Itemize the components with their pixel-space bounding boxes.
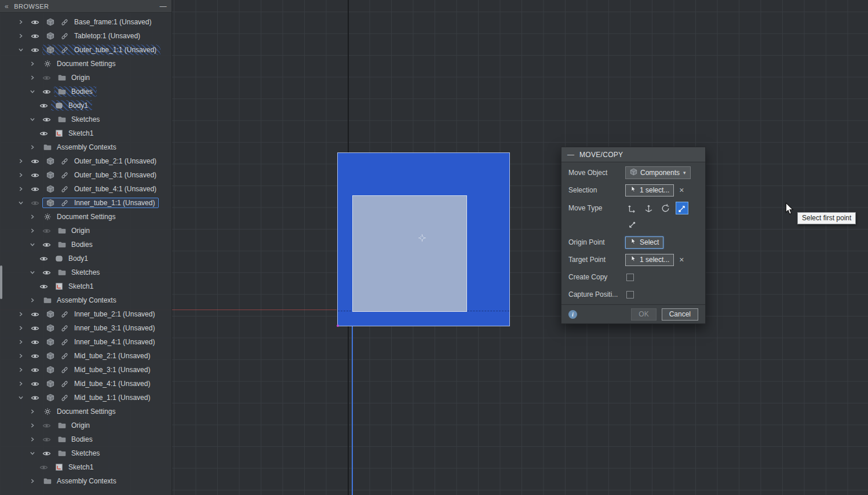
visibility-eye-icon[interactable] <box>39 115 54 124</box>
browser-row[interactable]: Sketches <box>0 446 172 460</box>
chevron-down-icon[interactable] <box>25 450 39 457</box>
browser-row[interactable]: Inner_tube_1:1 (Unsaved) <box>0 196 172 210</box>
move-type-point-to-point-button[interactable] <box>676 202 688 214</box>
browser-row[interactable]: Document Settings <box>0 210 172 224</box>
browser-row[interactable]: Body1 <box>0 252 172 265</box>
collapse-panel-icon[interactable]: « <box>5 2 9 10</box>
selected-component-face[interactable] <box>337 152 510 326</box>
visibility-eye-icon[interactable] <box>39 421 54 430</box>
browser-row[interactable]: Origin <box>0 224 172 238</box>
visibility-eye-icon[interactable] <box>28 171 42 180</box>
chevron-down-icon[interactable] <box>25 241 39 248</box>
info-icon[interactable]: i <box>568 310 577 319</box>
browser-row[interactable]: Base_frame:1 (Unsaved) <box>0 15 172 29</box>
browser-row[interactable]: Inner_tube_3:1 (Unsaved) <box>0 321 172 335</box>
browser-row[interactable]: Document Settings <box>0 57 172 71</box>
target-point-chip[interactable]: 1 select... <box>625 254 674 266</box>
chevron-right-icon[interactable] <box>25 478 39 485</box>
capture-position-checkbox[interactable] <box>626 291 634 299</box>
visibility-eye-icon[interactable] <box>37 463 51 472</box>
visibility-eye-icon[interactable] <box>28 157 42 166</box>
chevron-right-icon[interactable] <box>13 352 28 359</box>
browser-row[interactable]: Origin <box>0 71 172 85</box>
chevron-right-icon[interactable] <box>13 339 28 345</box>
browser-row[interactable]: Assembly Contexts <box>0 140 172 154</box>
visibility-eye-icon[interactable] <box>39 449 54 458</box>
visibility-eye-icon[interactable] <box>39 435 54 444</box>
chevron-right-icon[interactable] <box>25 74 39 81</box>
browser-row[interactable]: Bodies <box>0 238 172 252</box>
visibility-eye-icon[interactable] <box>28 352 42 361</box>
browser-row[interactable]: Sketches <box>0 265 172 279</box>
browser-scrollbar[interactable] <box>0 265 2 299</box>
visibility-eye-icon[interactable] <box>39 227 54 235</box>
chevron-right-icon[interactable] <box>25 436 39 443</box>
chevron-down-icon[interactable] <box>13 394 28 401</box>
browser-row[interactable]: Body1 <box>0 99 172 112</box>
visibility-eye-icon[interactable] <box>28 380 42 388</box>
visibility-eye-icon[interactable] <box>37 282 51 291</box>
chevron-right-icon[interactable] <box>13 158 28 165</box>
browser-row[interactable]: Mid_tube_3:1 (Unsaved) <box>0 363 172 377</box>
visibility-eye-icon[interactable] <box>28 324 42 333</box>
browser-row[interactable]: Bodies <box>0 432 172 446</box>
visibility-eye-icon[interactable] <box>28 366 42 374</box>
visibility-eye-icon[interactable] <box>39 74 54 82</box>
chevron-down-icon[interactable] <box>25 88 39 95</box>
browser-row[interactable]: Origin <box>0 418 172 432</box>
chevron-right-icon[interactable] <box>13 32 28 39</box>
browser-row[interactable]: Outer_tube_2:1 (Unsaved) <box>0 154 172 168</box>
inner-body-face[interactable] <box>352 195 467 312</box>
browser-row[interactable]: Inner_tube_4:1 (Unsaved) <box>0 335 172 349</box>
chevron-right-icon[interactable] <box>25 422 39 429</box>
browser-row[interactable]: Sketch1 <box>0 126 172 140</box>
browser-row[interactable]: Mid_tube_4:1 (Unsaved) <box>0 377 172 391</box>
chevron-down-icon[interactable] <box>13 199 28 206</box>
browser-row[interactable]: Sketches <box>0 112 172 126</box>
clear-target-icon[interactable]: × <box>679 256 684 264</box>
browser-row[interactable]: Outer_tube_3:1 (Unsaved) <box>0 168 172 182</box>
chevron-right-icon[interactable] <box>13 172 28 179</box>
chevron-down-icon[interactable] <box>25 116 39 123</box>
visibility-eye-icon[interactable] <box>39 241 54 249</box>
visibility-eye-icon[interactable] <box>39 88 54 96</box>
browser-row[interactable]: Mid_tube_2:1 (Unsaved) <box>0 349 172 363</box>
chevron-right-icon[interactable] <box>13 325 28 332</box>
browser-row[interactable]: Outer_tube_4:1 (Unsaved) <box>0 182 172 196</box>
browser-row[interactable]: Mid_tube_1:1 (Unsaved) <box>0 391 172 405</box>
visibility-eye-icon[interactable] <box>37 129 51 138</box>
browser-row[interactable]: Sketch1 <box>0 460 172 474</box>
browser-row[interactable]: Tabletop:1 (Unsaved) <box>0 29 172 43</box>
minimize-browser-icon[interactable]: — <box>160 2 167 10</box>
ok-button[interactable]: OK <box>631 308 656 321</box>
chevron-down-icon[interactable] <box>25 269 39 276</box>
browser-row[interactable]: Document Settings <box>0 405 172 418</box>
visibility-eye-icon[interactable] <box>37 101 51 110</box>
visibility-eye-icon[interactable] <box>39 268 54 277</box>
chevron-right-icon[interactable] <box>25 408 39 415</box>
chevron-down-icon[interactable] <box>13 46 28 53</box>
visibility-eye-icon[interactable] <box>28 199 42 208</box>
visibility-eye-icon[interactable] <box>28 46 42 54</box>
sketch-point[interactable] <box>337 325 339 327</box>
dialog-collapse-icon[interactable]: — <box>567 151 574 159</box>
move-object-dropdown[interactable]: Components ▾ <box>625 166 691 179</box>
move-type-rotate-button[interactable] <box>659 202 672 214</box>
visibility-eye-icon[interactable] <box>28 185 42 194</box>
move-type-translate-button[interactable] <box>625 202 638 214</box>
chevron-right-icon[interactable] <box>13 311 28 318</box>
chevron-right-icon[interactable] <box>13 19 28 26</box>
create-copy-checkbox[interactable] <box>626 274 634 281</box>
visibility-eye-icon[interactable] <box>28 394 42 402</box>
visibility-eye-icon[interactable] <box>28 18 42 27</box>
chevron-right-icon[interactable] <box>25 297 39 304</box>
chevron-right-icon[interactable] <box>13 366 28 373</box>
chevron-right-icon[interactable] <box>13 380 28 387</box>
visibility-eye-icon[interactable] <box>28 310 42 319</box>
chevron-right-icon[interactable] <box>25 144 39 151</box>
clear-selection-icon[interactable]: × <box>679 186 684 194</box>
visibility-eye-icon[interactable] <box>28 338 42 347</box>
move-type-free-move-button[interactable] <box>642 202 655 214</box>
chevron-right-icon[interactable] <box>13 185 28 192</box>
visibility-eye-icon[interactable] <box>37 254 51 263</box>
